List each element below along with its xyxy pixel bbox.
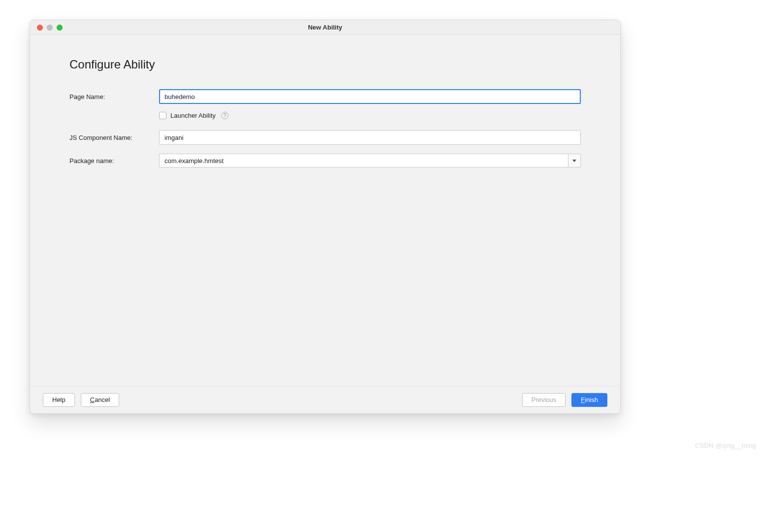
package-name-label: Package name: bbox=[69, 157, 159, 165]
close-window-icon[interactable] bbox=[37, 25, 43, 31]
finish-button[interactable]: Finish bbox=[571, 393, 607, 407]
page-name-input[interactable] bbox=[159, 89, 581, 104]
content-area: Configure Ability Page Name: Launcher Ab… bbox=[30, 35, 620, 386]
page-name-row: Page Name: bbox=[69, 89, 581, 104]
package-name-dropdown-button[interactable] bbox=[568, 154, 581, 167]
js-component-name-label: JS Component Name: bbox=[69, 134, 159, 141]
new-ability-dialog: New Ability Configure Ability Page Name:… bbox=[30, 20, 621, 414]
page-name-label: Page Name: bbox=[69, 93, 159, 100]
window-title: New Ability bbox=[30, 24, 620, 31]
window-controls bbox=[30, 25, 63, 31]
cancel-button[interactable]: Cancel bbox=[81, 393, 119, 407]
chevron-down-icon bbox=[572, 160, 576, 162]
previous-button: Previous bbox=[522, 393, 566, 407]
package-name-input[interactable] bbox=[159, 154, 568, 167]
watermark-text: CSDN @qing__ming bbox=[695, 442, 756, 449]
help-button[interactable]: Help bbox=[43, 393, 75, 407]
launcher-ability-label: Launcher Ability bbox=[170, 112, 216, 119]
help-icon[interactable]: ? bbox=[221, 112, 229, 119]
js-component-name-input[interactable] bbox=[159, 130, 581, 145]
section-heading: Configure Ability bbox=[69, 58, 581, 71]
js-component-name-row: JS Component Name: bbox=[69, 130, 581, 145]
launcher-ability-row: Launcher Ability ? bbox=[69, 112, 581, 119]
package-name-combobox[interactable] bbox=[159, 154, 581, 167]
maximize-window-icon[interactable] bbox=[57, 25, 63, 31]
package-name-row: Package name: bbox=[69, 154, 581, 167]
button-bar: Help Cancel Previous Finish bbox=[30, 386, 620, 413]
titlebar: New Ability bbox=[30, 20, 620, 35]
minimize-window-icon bbox=[47, 25, 53, 31]
launcher-ability-checkbox[interactable] bbox=[159, 112, 166, 119]
